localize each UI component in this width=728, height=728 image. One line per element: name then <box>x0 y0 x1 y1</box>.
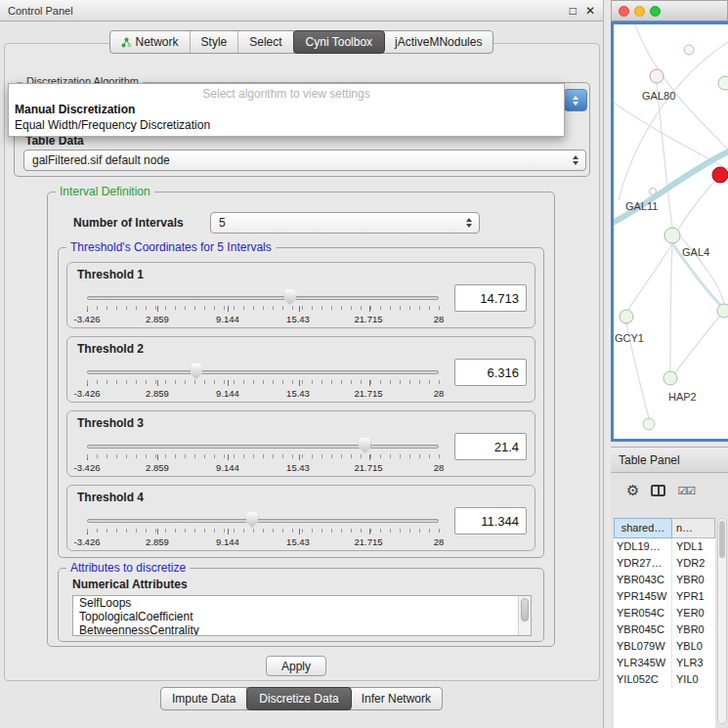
table-row[interactable]: YDL19… YDL1 <box>614 538 715 555</box>
cell[interactable]: YDL19… <box>614 538 672 555</box>
table-row[interactable]: YBR045C YBR0 <box>614 621 715 638</box>
attributes-scrollbar[interactable] <box>518 596 531 635</box>
table-row[interactable]: YDR27… YDR2 <box>614 555 715 572</box>
threshold-1-value-field[interactable] <box>454 284 527 312</box>
popup-option-manual-discretization[interactable]: Manual Discretization <box>9 102 564 117</box>
columns-icon[interactable] <box>651 485 665 496</box>
list-item[interactable]: SelfLoops <box>73 596 531 610</box>
cell[interactable]: YBR0 <box>672 621 715 638</box>
gear-icon[interactable]: ⚙ <box>626 484 639 498</box>
scrollbar-thumb[interactable] <box>719 521 725 558</box>
column-header-name[interactable]: n… <box>672 518 715 538</box>
tab-infer-network[interactable]: Infer Network <box>351 688 442 709</box>
table-row[interactable]: YBL079W YBL0 <box>614 638 715 655</box>
cell[interactable]: YER054C <box>614 605 672 621</box>
network-node[interactable] <box>650 189 657 195</box>
slider-scale-label: 21.715 <box>354 314 382 324</box>
threshold-1-slider[interactable]: -3.4262.8599.14415.4321.71528 <box>87 286 439 327</box>
threshold-3-value-field[interactable] <box>454 433 527 460</box>
cell[interactable]: YBR043C <box>614 572 672 588</box>
cell[interactable]: YPR145W <box>614 588 672 605</box>
network-node[interactable] <box>664 371 677 385</box>
scrollbar-thumb[interactable] <box>521 598 529 621</box>
tab-impute-data[interactable]: Impute Data <box>161 688 247 709</box>
threshold-3-slider[interactable]: -3.4262.8599.14415.4321.71528 <box>87 435 439 476</box>
column-header-shared[interactable]: shared… <box>614 518 672 538</box>
cell[interactable]: YIL052C <box>614 671 672 688</box>
selected-network-node[interactable] <box>712 167 728 183</box>
slider-track[interactable] <box>87 519 439 523</box>
float-window-icon[interactable]: □ <box>570 4 577 18</box>
network-node[interactable] <box>684 45 694 55</box>
slider-thumb[interactable] <box>283 289 296 305</box>
slider-track[interactable] <box>87 445 439 449</box>
close-window-icon[interactable]: ✕ <box>585 4 595 18</box>
slider-scale-label: -3.426 <box>74 314 101 324</box>
network-node[interactable] <box>717 304 728 318</box>
cell[interactable]: YPR1 <box>672 588 715 605</box>
threshold-2-slider[interactable]: -3.4262.8599.14415.4321.71528 <box>87 361 439 402</box>
cell[interactable]: YBL079W <box>614 638 672 655</box>
list-item[interactable]: TopologicalCoefficient <box>73 610 531 623</box>
network-node[interactable] <box>718 76 728 90</box>
threshold-2-value-field[interactable] <box>454 359 527 386</box>
network-node[interactable] <box>643 418 655 430</box>
tab-jactivemnodules[interactable]: jActiveMNodules <box>384 31 492 53</box>
cell[interactable]: YER0 <box>672 605 715 621</box>
slider-thumb[interactable] <box>190 364 202 379</box>
tab-select[interactable]: Select <box>238 31 293 53</box>
slider-scale-label: 9.144 <box>216 314 239 324</box>
numerical-attributes-list[interactable]: SelfLoops TopologicalCoefficient Between… <box>72 595 532 636</box>
cell[interactable]: YDR2 <box>672 555 715 572</box>
minimize-traffic-light[interactable] <box>634 6 645 17</box>
tab-discretize-data[interactable]: Discretize Data <box>246 687 351 710</box>
list-item[interactable]: BetweennessCentrality <box>73 623 531 636</box>
cell[interactable]: YBR045C <box>614 621 672 638</box>
tab-label: Infer Network <box>362 692 431 706</box>
network-node[interactable] <box>620 310 633 323</box>
cell[interactable]: YDR27… <box>614 555 672 572</box>
popup-option-equal-width-frequency[interactable]: Equal Width/Frequency Discretization <box>9 117 564 133</box>
cell[interactable]: YBL0 <box>672 638 715 655</box>
slider-track[interactable] <box>87 296 439 300</box>
slider-scale-label: 9.144 <box>216 536 239 547</box>
apply-button[interactable]: Apply <box>266 656 326 676</box>
table-scrollbar[interactable] <box>717 518 727 724</box>
table-row[interactable]: YLR345W YLR3 <box>614 655 715 671</box>
network-node[interactable] <box>650 69 664 83</box>
threshold-4-slider[interactable]: -3.4262.8599.14415.4321.71528 <box>87 509 439 550</box>
table-row[interactable]: YER054C YER0 <box>614 605 715 621</box>
tab-network[interactable]: Network <box>110 31 191 53</box>
table-data-value: galFiltered.sif default node <box>32 153 170 167</box>
cell[interactable]: YLR3 <box>672 655 715 671</box>
table-row[interactable]: YBR043C YBR0 <box>614 572 715 588</box>
table-data-combobox[interactable]: galFiltered.sif default node <box>23 150 586 171</box>
slider-scale-label: 28 <box>434 314 445 324</box>
slider-thumb[interactable] <box>246 512 259 528</box>
network-canvas[interactable]: GAL80 GAL11 GAL4 GCY1 HAP2 <box>614 24 728 439</box>
network-node[interactable] <box>664 228 680 243</box>
tab-style[interactable]: Style <box>191 31 239 53</box>
tab-cyni-toolbox[interactable]: Cyni Toolbox <box>293 30 385 54</box>
algorithm-combobox-button[interactable] <box>564 89 587 111</box>
table-row[interactable]: YIL052C YIL0 <box>614 671 715 688</box>
slider-thumb[interactable] <box>359 438 371 453</box>
select-columns-icon[interactable]: ☑☑ <box>677 485 695 497</box>
slider-scale-label: 2.859 <box>146 462 169 473</box>
table-panel: ⚙ ☑☑ shared… n… YDL19… YDL1 YDR27… YDR2 … <box>611 473 728 728</box>
threshold-1-panel: Threshold 1 -3.4262.8599.14415.4321.7152… <box>66 262 535 328</box>
thresholds-coordinates-group: Threshold's Coordinates for 5 Intervals … <box>58 247 544 558</box>
table-row[interactable]: YPR145W YPR1 <box>614 588 715 605</box>
group-title: Threshold's Coordinates for 5 Intervals <box>66 240 276 254</box>
zoom-traffic-light[interactable] <box>650 6 661 17</box>
number-of-intervals-combobox[interactable]: 5 <box>210 212 480 234</box>
cell[interactable]: YLR345W <box>614 655 672 671</box>
cell[interactable]: YBR0 <box>672 572 715 588</box>
slider-track[interactable] <box>87 370 439 374</box>
cell[interactable]: YDL1 <box>672 538 715 555</box>
close-traffic-light[interactable] <box>619 6 629 17</box>
threshold-4-panel: Threshold 4 -3.4262.8599.14415.4321.7152… <box>66 485 535 551</box>
cell[interactable]: YIL0 <box>672 671 715 688</box>
slider-scale-label: 28 <box>434 462 445 473</box>
threshold-4-value-field[interactable] <box>454 507 527 535</box>
